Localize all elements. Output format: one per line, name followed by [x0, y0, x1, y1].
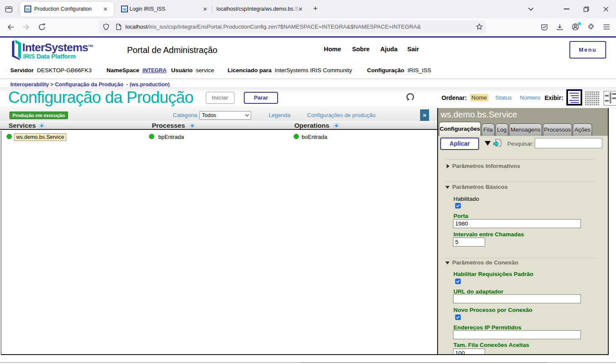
svg-text:IR: IR [26, 7, 30, 12]
svg-text:IR: IR [122, 7, 127, 12]
